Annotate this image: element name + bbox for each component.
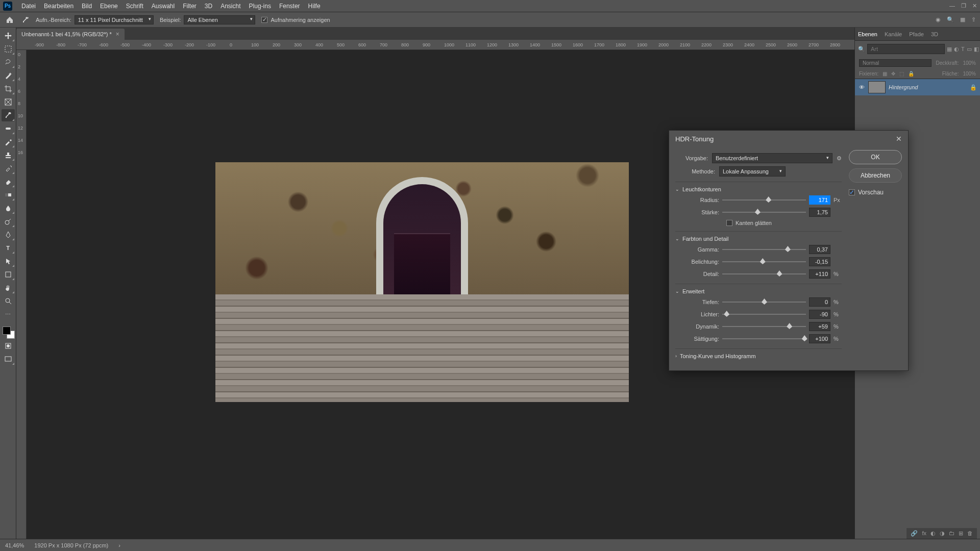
eyedropper-tool[interactable]: [2, 109, 15, 121]
radius-value[interactable]: 171: [809, 195, 830, 205]
filter-adjust-icon[interactable]: ◐: [954, 46, 959, 53]
lock-all-icon[interactable]: 🔒: [908, 71, 914, 77]
filter-pixel-icon[interactable]: ▦: [947, 46, 952, 53]
zoom-tool[interactable]: [2, 295, 15, 307]
tab-3d[interactable]: 3D: [931, 31, 938, 37]
saturation-value[interactable]: +100: [809, 334, 830, 343]
screenmode-icon[interactable]: [2, 353, 15, 365]
edit-toolbar[interactable]: ⋯: [2, 308, 15, 320]
layer-row[interactable]: 👁 Hintergrund 🔒: [855, 79, 980, 95]
menu-type[interactable]: Schrift: [122, 3, 148, 10]
history-brush-tool[interactable]: [2, 162, 15, 174]
eyedropper-icon[interactable]: [21, 16, 30, 24]
dodge-tool[interactable]: [2, 215, 15, 228]
section-edge-glow[interactable]: ⌄Leuchtkonturen: [675, 186, 842, 192]
filter-shape-icon[interactable]: ▭: [967, 46, 972, 53]
menu-image[interactable]: Bild: [78, 3, 96, 10]
status-caret-icon[interactable]: ›: [118, 542, 120, 548]
wand-tool[interactable]: [2, 69, 15, 82]
strength-slider[interactable]: [722, 209, 806, 216]
crop-tool[interactable]: [2, 83, 15, 95]
exposure-slider[interactable]: [722, 258, 806, 265]
frame-tool[interactable]: [2, 96, 15, 108]
zoom-value[interactable]: 41,46%: [5, 542, 24, 548]
filter-type-icon[interactable]: T: [961, 46, 965, 53]
heal-tool[interactable]: [2, 122, 15, 135]
detail-slider[interactable]: [722, 270, 806, 278]
cloud-icon[interactable]: ◉: [936, 16, 941, 23]
detail-value[interactable]: +110: [809, 269, 830, 279]
brush-tool[interactable]: [2, 136, 15, 148]
menu-select[interactable]: Auswahl: [148, 3, 179, 10]
color-swatches[interactable]: [2, 325, 15, 339]
menu-3d[interactable]: 3D: [201, 3, 216, 10]
menu-window[interactable]: Fenster: [275, 3, 304, 10]
highlight-slider[interactable]: [722, 311, 806, 318]
gamma-value[interactable]: 0,37: [809, 245, 830, 254]
hand-tool[interactable]: [2, 282, 15, 294]
lock-pixels-icon[interactable]: ▦: [883, 71, 887, 77]
lasso-tool[interactable]: [2, 56, 15, 68]
home-icon[interactable]: [4, 14, 15, 26]
layer-lock-icon[interactable]: 🔒: [970, 84, 977, 91]
link-layers-icon[interactable]: 🔗: [911, 530, 918, 537]
shadow-slider[interactable]: [722, 298, 806, 306]
share-icon[interactable]: ⇪: [971, 16, 976, 23]
layer-visibility-icon[interactable]: 👁: [858, 84, 865, 90]
stamp-tool[interactable]: [2, 149, 15, 161]
saturation-slider[interactable]: [722, 335, 806, 342]
shape-tool[interactable]: [2, 268, 15, 281]
filter-smart-icon[interactable]: ◧: [974, 46, 979, 53]
section-advanced[interactable]: ⌄Erweitert: [675, 288, 842, 294]
window-close-icon[interactable]: ✕: [972, 3, 977, 9]
move-tool[interactable]: [2, 30, 15, 42]
sample-size-dropdown[interactable]: 11 x 11 Pixel Durchschnitt: [75, 15, 154, 24]
fill-value[interactable]: 100%: [963, 71, 976, 77]
preset-gear-icon[interactable]: ⚙: [837, 155, 842, 162]
shadow-value[interactable]: 0: [809, 297, 830, 307]
new-layer-icon[interactable]: ⊞: [959, 530, 963, 537]
marquee-tool[interactable]: [2, 43, 15, 55]
menu-plugins[interactable]: Plug-ins: [245, 3, 275, 10]
path-select-tool[interactable]: [2, 255, 15, 267]
preset-dropdown[interactable]: Benutzerdefiniert: [712, 153, 832, 163]
menu-file[interactable]: Datei: [17, 3, 40, 10]
lock-artboard-icon[interactable]: ⬚: [899, 71, 904, 77]
preview-checkbox[interactable]: ✓: [849, 189, 855, 195]
vibrance-slider[interactable]: [722, 323, 806, 330]
foreground-color[interactable]: [3, 327, 11, 335]
workspace-icon[interactable]: ▦: [960, 16, 965, 23]
type-tool[interactable]: T: [2, 242, 15, 254]
highlight-value[interactable]: -90: [809, 310, 830, 319]
menu-view[interactable]: Ansicht: [216, 3, 244, 10]
quickmask-icon[interactable]: [2, 340, 15, 352]
vibrance-value[interactable]: +59: [809, 322, 830, 331]
layer-fx-icon[interactable]: fx: [922, 530, 926, 537]
strength-value[interactable]: 1,75: [809, 208, 830, 217]
cancel-button[interactable]: Abbrechen: [849, 168, 902, 183]
sample-layers-dropdown[interactable]: Alle Ebenen: [184, 15, 255, 24]
layer-name[interactable]: Hintergrund: [889, 84, 918, 90]
layer-thumbnail[interactable]: [868, 81, 886, 93]
gamma-slider[interactable]: [722, 246, 806, 253]
section-curve[interactable]: ›Toning-Kurve und Histogramm: [675, 353, 842, 359]
show-ring-checkbox[interactable]: ✓: [261, 17, 267, 23]
window-restore-icon[interactable]: ❐: [961, 3, 966, 9]
blur-tool[interactable]: [2, 202, 15, 214]
pen-tool[interactable]: [2, 229, 15, 241]
section-tone-detail[interactable]: ⌄Farbton und Detail: [675, 236, 842, 242]
search-icon[interactable]: 🔍: [947, 16, 954, 23]
layer-mask-icon[interactable]: ◐: [930, 530, 936, 537]
exposure-value[interactable]: -0,15: [809, 257, 830, 266]
opacity-value[interactable]: 100%: [963, 60, 976, 66]
blend-mode-dropdown[interactable]: Normal: [859, 59, 932, 67]
eraser-tool[interactable]: [2, 176, 15, 188]
menu-filter[interactable]: Filter: [179, 3, 201, 10]
document-tab[interactable]: Unbenannt-1 bei 41,5% (RGB/32*) * ×: [16, 29, 125, 40]
layer-group-icon[interactable]: 🗀: [949, 530, 954, 537]
menu-help[interactable]: Hilfe: [304, 3, 325, 10]
delete-layer-icon[interactable]: 🗑: [967, 530, 973, 537]
menu-edit[interactable]: Bearbeiten: [40, 3, 78, 10]
ok-button[interactable]: OK: [849, 150, 902, 164]
tab-channels[interactable]: Kanäle: [885, 31, 902, 37]
